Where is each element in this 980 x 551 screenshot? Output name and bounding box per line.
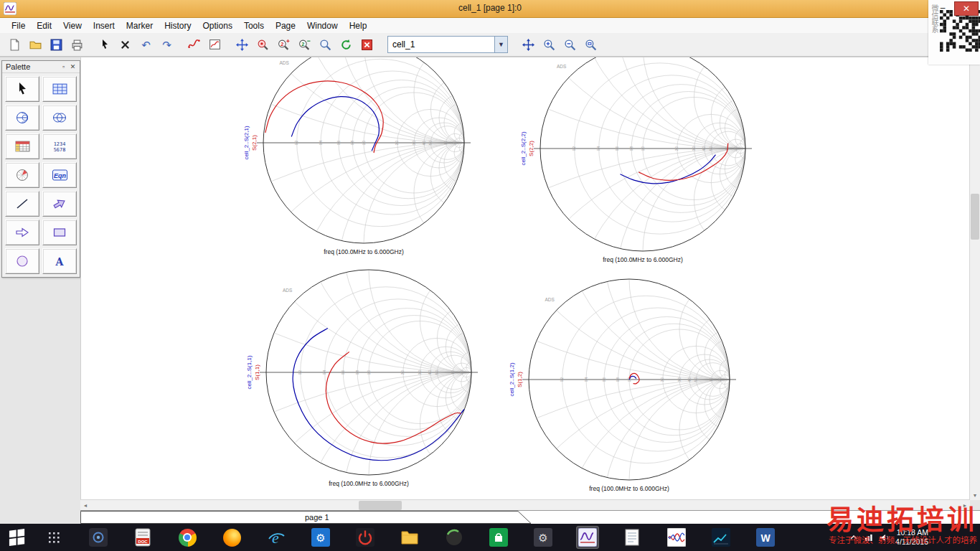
trace-s-2-1-[interactable]: [265, 81, 383, 153]
menu-insert[interactable]: Insert: [88, 19, 121, 32]
taskbar-start[interactable]: [3, 527, 32, 548]
smith-grid: [227, 57, 971, 501]
taskbar-app-doc[interactable]: DOC: [132, 527, 154, 548]
print-button[interactable]: [67, 35, 88, 55]
taskbar-file-explorer[interactable]: [399, 527, 420, 548]
taskbar-clock[interactable]: 10:18 AM 4/11/2015: [895, 528, 928, 547]
menu-window[interactable]: Window: [301, 19, 344, 32]
stop-button[interactable]: [357, 35, 377, 55]
zoom-in-button[interactable]: [539, 35, 560, 55]
menu-edit[interactable]: Edit: [31, 19, 57, 32]
svg-text:2.0: 2.0: [395, 140, 399, 145]
zoom-point-button[interactable]: [253, 35, 273, 55]
line-icon: [15, 197, 29, 210]
palette-close-button[interactable]: ✕: [68, 63, 77, 70]
pointer-button[interactable]: [94, 35, 115, 55]
taskbar-app-dark[interactable]: [443, 527, 465, 548]
palette-stacked-data-button[interactable]: 12345678: [42, 133, 77, 159]
close-button[interactable]: ✕: [954, 1, 979, 16]
menu-file[interactable]: File: [6, 19, 31, 32]
internet-explorer-icon: e: [267, 528, 286, 547]
palette-rectangle-button[interactable]: [42, 220, 77, 245]
taskbar-touch-grid[interactable]: [43, 527, 65, 548]
palette-line-button[interactable]: [5, 191, 39, 217]
palette-smith-chart-button[interactable]: [5, 105, 39, 131]
svg-text:20: 20: [718, 377, 722, 382]
scroll-down-arrow[interactable]: ▼: [970, 491, 980, 500]
zoom-window-button[interactable]: [315, 35, 336, 55]
taskbar-internet-explorer[interactable]: e: [265, 527, 287, 548]
ads-data-display-icon: [578, 528, 597, 547]
page-tab-label[interactable]: page 1: [305, 513, 329, 522]
delete-icon: [120, 39, 131, 50]
svg-text:e: e: [272, 529, 279, 547]
vertical-scrollbar[interactable]: ▲ ▼: [969, 57, 980, 500]
taskbar-analyzer-app[interactable]: [710, 527, 732, 548]
smith-grid: [81, 57, 966, 501]
zoom-out-button[interactable]: [560, 35, 580, 55]
horizontal-scrollbar[interactable]: ◄ ►: [80, 499, 970, 511]
redo-button[interactable]: ↷: [156, 35, 177, 55]
palette-arrow-outline-button[interactable]: [5, 220, 39, 245]
taskbar-notepad[interactable]: [621, 527, 643, 548]
taskbar-settings-tile[interactable]: ⚙: [310, 527, 331, 548]
undo-button[interactable]: ↶: [136, 35, 156, 55]
palette-float-button[interactable]: ▫: [59, 63, 68, 70]
palette-polar-chart-button[interactable]: [5, 162, 39, 188]
zoom-in-2x-button[interactable]: 2: [273, 35, 294, 55]
scroll-right-arrow[interactable]: ►: [960, 500, 970, 511]
menu-view[interactable]: View: [57, 19, 88, 32]
taskbar-app-camera[interactable]: [88, 527, 109, 548]
new-button[interactable]: [4, 35, 25, 55]
tray-expand-icon[interactable]: [849, 534, 858, 541]
menu-page[interactable]: Page: [270, 19, 301, 32]
taskbar-power[interactable]: [354, 527, 376, 548]
menu-options[interactable]: Options: [197, 19, 238, 32]
horizontal-scroll-thumb[interactable]: [359, 501, 402, 510]
palette-list-grid-button[interactable]: [42, 76, 77, 102]
insert-trace-button[interactable]: [184, 35, 204, 55]
palette-circle-button[interactable]: [5, 248, 39, 274]
palette-pointer-button[interactable]: [5, 76, 39, 102]
palette-table-button[interactable]: [5, 133, 39, 159]
palette-smith-chart-2-button[interactable]: [42, 105, 77, 131]
fit-view-button[interactable]: [518, 35, 539, 55]
minimize-button[interactable]: –: [933, 1, 952, 14]
taskbar-firefox[interactable]: [221, 527, 242, 548]
refresh-button[interactable]: [336, 35, 357, 55]
palette-equation-button[interactable]: Eqn: [42, 162, 77, 188]
trace-cell-2-s-2-2-[interactable]: [621, 155, 716, 184]
zoom-window-icon: [319, 39, 331, 51]
dataset-dropdown[interactable]: cell_1 ▼: [387, 36, 508, 53]
palette-text-tool-button[interactable]: A: [42, 248, 77, 274]
taskbar-control-panel[interactable]: ⚙: [532, 527, 554, 548]
zoom-area-button[interactable]: [580, 35, 601, 55]
menu-tools[interactable]: Tools: [238, 19, 270, 32]
open-button[interactable]: [25, 35, 46, 55]
chevron-down-icon[interactable]: ▼: [494, 37, 507, 52]
menu-help[interactable]: Help: [344, 19, 373, 32]
svg-text:5678: 5678: [54, 147, 66, 153]
clock-time: 10:18 AM: [895, 528, 928, 537]
taskbar-store[interactable]: [488, 527, 509, 548]
vertical-scroll-thumb[interactable]: [971, 194, 979, 240]
network-icon[interactable]: [864, 534, 873, 541]
taskbar-chrome[interactable]: [176, 527, 198, 548]
page-canvas[interactable]: 0.20.40.60.81.02.03.04.05.01020ADScell_2…: [80, 57, 970, 500]
menu-history[interactable]: History: [159, 19, 197, 32]
app-dark-icon: [445, 528, 463, 547]
taskbar-word[interactable]: W: [755, 527, 776, 548]
palette-arrow-button[interactable]: [42, 191, 77, 217]
taskbar-scope-app[interactable]: [666, 527, 687, 548]
volume-icon[interactable]: [880, 534, 889, 542]
menu-marker[interactable]: Marker: [121, 19, 159, 32]
pan-view-button[interactable]: [232, 35, 253, 55]
delete-button[interactable]: [115, 35, 136, 55]
taskbar-ads-data-display[interactable]: [577, 527, 598, 548]
scroll-left-arrow[interactable]: ◄: [80, 500, 90, 511]
save-button[interactable]: [46, 35, 67, 55]
insert-plot-button[interactable]: [204, 35, 225, 55]
trace-s-2-2-[interactable]: [639, 143, 727, 181]
smith-chart-s12: 0.20.40.60.81.02.03.04.05.01020ADScell_2…: [227, 57, 971, 501]
zoom-out-2x-button[interactable]: 2: [294, 35, 315, 55]
